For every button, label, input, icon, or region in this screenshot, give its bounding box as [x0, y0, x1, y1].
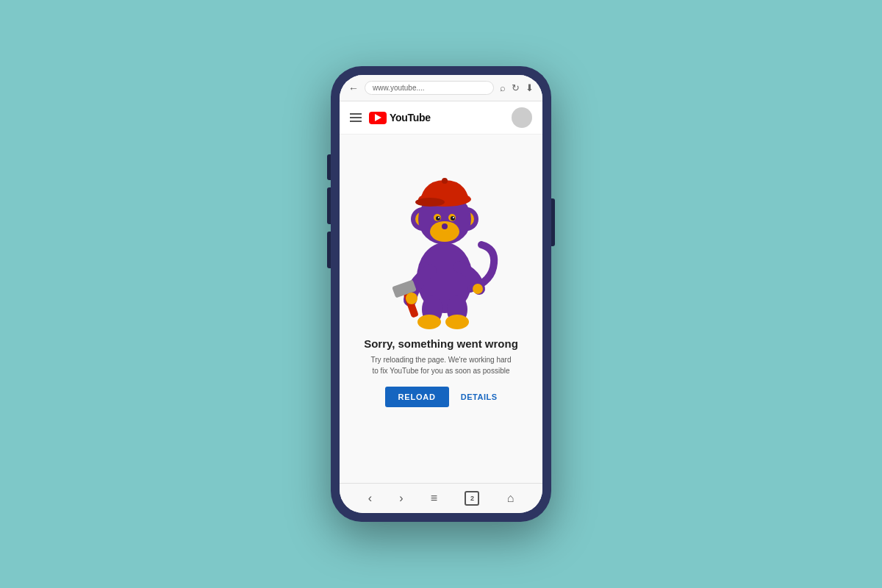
svg-point-24	[473, 284, 483, 294]
svg-point-19	[415, 198, 445, 207]
volume-up-button	[327, 187, 331, 224]
volume-down-button	[327, 232, 331, 268]
phone-mockup: ← www.youtube.... ⌕ ↻ ⬇	[331, 66, 551, 522]
svg-point-17	[442, 223, 448, 229]
svg-point-4	[445, 315, 469, 329]
nav-tabs-button[interactable]: 2	[465, 491, 479, 506]
nav-forward-icon[interactable]: ›	[399, 492, 403, 505]
browser-bar: ← www.youtube.... ⌕ ↻ ⬇	[340, 75, 542, 101]
url-text: www.youtube....	[373, 84, 425, 92]
svg-point-14	[451, 216, 455, 220]
hamburger-line	[350, 117, 362, 118]
error-content-area: Sorry, something went wrong Try reloadin…	[340, 135, 542, 483]
browser-back-icon[interactable]: ←	[348, 82, 359, 94]
browser-toolbar: ⌕ ↻ ⬇	[500, 82, 534, 93]
monkey-illustration	[368, 142, 514, 333]
details-button[interactable]: DETAILS	[461, 392, 498, 401]
youtube-wordmark: YouTube	[390, 112, 431, 123]
error-subtitle: Try reloading the page. We're working ha…	[368, 354, 514, 376]
search-icon[interactable]: ⌕	[500, 82, 506, 93]
error-buttons: RELOAD DETAILS	[385, 387, 498, 407]
svg-point-16	[453, 217, 454, 218]
svg-point-13	[436, 216, 440, 220]
hamburger-menu-button[interactable]	[350, 113, 362, 122]
refresh-icon[interactable]: ↻	[512, 82, 520, 93]
hamburger-line	[350, 113, 362, 115]
hamburger-line	[350, 121, 362, 122]
youtube-header: YouTube	[340, 101, 542, 135]
svg-point-20	[442, 178, 448, 184]
svg-point-15	[438, 217, 440, 218]
user-avatar[interactable]	[512, 107, 532, 128]
tabs-count: 2	[470, 495, 474, 502]
nav-back-icon[interactable]: ‹	[368, 492, 372, 505]
power-button	[551, 198, 555, 246]
svg-point-23	[406, 293, 417, 304]
play-triangle	[375, 114, 381, 121]
nav-home-icon[interactable]: ⌂	[507, 492, 514, 505]
nav-menu-icon[interactable]: ≡	[431, 492, 437, 505]
phone-screen: ← www.youtube.... ⌕ ↻ ⬇	[340, 75, 542, 513]
yt-header-left: YouTube	[350, 112, 431, 124]
browser-navigation-bar: ‹ › ≡ 2 ⌂	[340, 483, 542, 513]
error-title: Sorry, something went wrong	[364, 337, 518, 350]
youtube-logo[interactable]: YouTube	[369, 112, 431, 124]
download-icon[interactable]: ⬇	[526, 82, 534, 93]
youtube-play-icon	[369, 112, 387, 124]
browser-url-bar[interactable]: www.youtube....	[365, 81, 494, 95]
svg-point-3	[417, 315, 441, 329]
reload-button[interactable]: RELOAD	[385, 387, 449, 407]
